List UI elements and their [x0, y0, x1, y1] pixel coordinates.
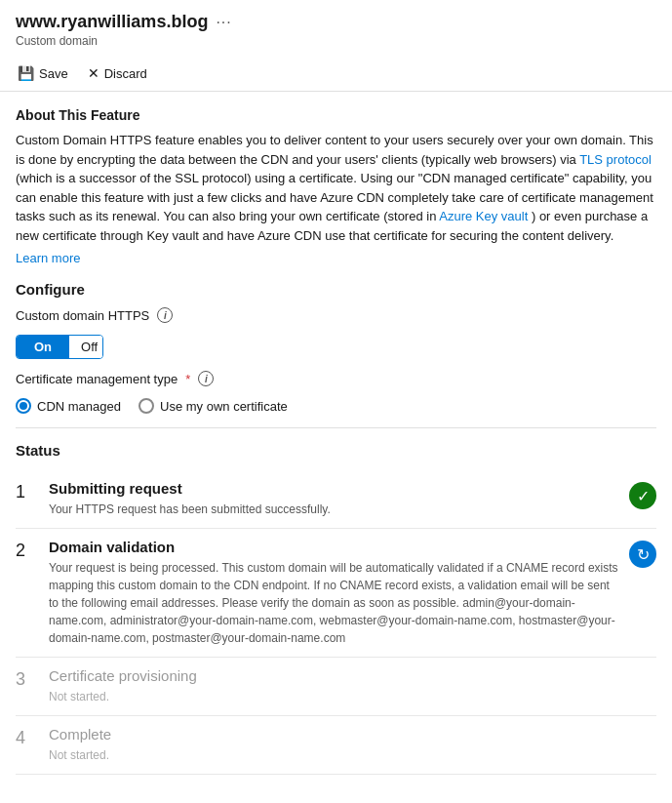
about-description: Custom Domain HTTPS feature enables you …	[16, 131, 656, 245]
status-name-2: Domain validation	[49, 539, 621, 555]
toggle-off-button[interactable]: Off	[69, 336, 103, 358]
toggle-on-button[interactable]: On	[17, 336, 69, 358]
page-title: www.ryanwilliams.blog	[16, 12, 208, 32]
cert-type-row: Certificate management type * i	[16, 371, 656, 386]
main-content: About This Feature Custom Domain HTTPS f…	[0, 92, 672, 790]
cert-type-radio-group: CDN managed Use my own certificate	[16, 398, 656, 414]
status-number-2: 2	[16, 541, 39, 561]
own-cert-label: Use my own certificate	[160, 399, 288, 414]
more-options-button[interactable]: ···	[216, 14, 231, 31]
custom-domain-https-row: Custom domain HTTPS i	[16, 307, 656, 323]
azure-key-vault-link[interactable]: Azure Key vault	[439, 209, 528, 223]
custom-domain-info-icon: i	[157, 307, 173, 323]
status-name-3: Certificate provisioning	[49, 667, 656, 684]
page-subtitle: Custom domain	[16, 34, 656, 48]
status-item-3: 3 Certificate provisioning Not started.	[16, 658, 656, 716]
status-content-1: Submitting request Your HTTPS request ha…	[49, 480, 621, 518]
cert-type-label: Certificate management type	[16, 372, 178, 386]
cdn-managed-radio-button[interactable]	[16, 398, 31, 414]
status-number-4: 4	[16, 728, 39, 748]
status-item-4: 4 Complete Not started.	[16, 716, 656, 775]
status-item-2: 2 Domain validation Your request is bein…	[16, 529, 656, 658]
status-name-4: Complete	[49, 726, 656, 743]
own-cert-radio[interactable]: Use my own certificate	[138, 398, 288, 414]
status-desc-1: Your HTTPS request has been submitted su…	[49, 501, 621, 518]
status-desc-2: Your request is being processed. This cu…	[49, 559, 621, 647]
discard-icon: ✕	[88, 65, 99, 81]
cdn-managed-radio[interactable]: CDN managed	[16, 398, 121, 414]
section-divider	[16, 427, 656, 428]
save-icon: 💾	[18, 65, 34, 81]
status-icon-1: ✓	[629, 482, 656, 509]
discard-label: Discard	[104, 66, 147, 81]
success-icon: ✓	[629, 482, 656, 509]
status-section-title: Status	[16, 442, 656, 459]
status-content-2: Domain validation Your request is being …	[49, 539, 621, 647]
cdn-managed-label: CDN managed	[37, 399, 121, 414]
configure-section-title: Configure	[16, 281, 656, 298]
status-content-3: Certificate provisioning Not started.	[49, 667, 656, 705]
toolbar: 💾 Save ✕ Discard	[16, 56, 656, 91]
status-item-1: 1 Submitting request Your HTTPS request …	[16, 470, 656, 529]
tls-protocol-link[interactable]: TLS protocol	[579, 152, 652, 167]
about-section-title: About This Feature	[16, 107, 656, 123]
sync-icon: ↻	[629, 541, 656, 568]
status-desc-3: Not started.	[49, 688, 656, 705]
status-content-4: Complete Not started.	[49, 726, 656, 764]
save-button[interactable]: 💾 Save	[16, 61, 70, 85]
discard-button[interactable]: ✕ Discard	[86, 61, 149, 85]
https-toggle[interactable]: On Off	[16, 335, 103, 359]
cert-type-info-icon: i	[198, 371, 214, 386]
learn-more-link[interactable]: Learn more	[16, 251, 80, 265]
page-header: www.ryanwilliams.blog ··· Custom domain …	[0, 0, 672, 92]
toggle-row: On Off	[16, 335, 656, 359]
required-indicator: *	[185, 372, 190, 386]
custom-domain-label: Custom domain HTTPS	[16, 308, 149, 323]
status-desc-4: Not started.	[49, 746, 656, 764]
save-label: Save	[39, 66, 68, 81]
status-icon-2: ↻	[629, 541, 656, 568]
own-cert-radio-button[interactable]	[138, 398, 154, 414]
status-number-3: 3	[16, 669, 39, 690]
status-name-1: Submitting request	[49, 480, 621, 497]
status-number-1: 1	[16, 482, 39, 502]
